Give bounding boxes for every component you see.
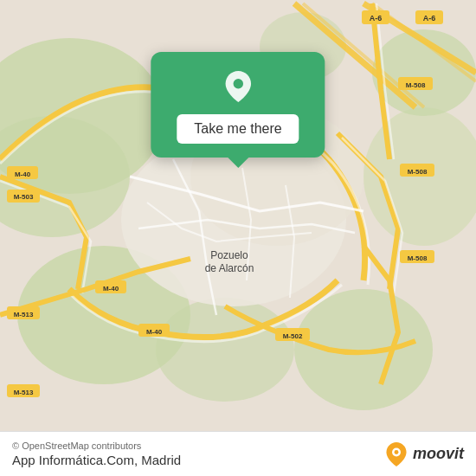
svg-text:M-40: M-40 [15,170,31,178]
moovit-logo-text: moovit [413,445,464,463]
osm-credit: © OpenStreetMap contributors [12,441,181,451]
svg-point-5 [294,289,433,410]
map-area: A-6 A-6 M-40 M-40 M-40 M-503 M-513 M-508… [0,0,476,431]
svg-text:de Alarcón: de Alarcón [205,262,254,274]
app-title: App Informática.Com, Madrid [12,453,181,467]
app-container: A-6 A-6 M-40 M-40 M-40 M-503 M-513 M-508… [0,0,476,476]
svg-point-37 [233,79,242,88]
svg-text:M-508: M-508 [408,168,428,176]
location-icon-wrapper [219,68,257,106]
moovit-logo[interactable]: moovit [384,442,464,466]
svg-text:M-513: M-513 [14,311,34,318]
svg-text:M-513: M-513 [14,389,34,396]
popup-card: Take me there [151,52,325,158]
svg-text:M-508: M-508 [406,81,426,89]
location-pin-icon [222,71,254,102]
svg-text:M-503: M-503 [14,193,34,201]
svg-text:Pozuelo: Pozuelo [210,249,248,261]
svg-text:A-6: A-6 [423,14,436,23]
svg-text:M-40: M-40 [146,328,163,336]
svg-text:A-6: A-6 [370,14,383,23]
moovit-pin-icon [384,442,408,466]
bottom-bar: © OpenStreetMap contributors App Informá… [0,431,476,476]
svg-text:M-40: M-40 [103,285,119,293]
take-me-there-button[interactable]: Take me there [177,114,299,144]
svg-point-4 [156,298,294,402]
svg-point-39 [395,450,399,454]
svg-text:M-502: M-502 [283,332,303,340]
bottom-info: © OpenStreetMap contributors App Informá… [12,441,181,467]
svg-text:M-508: M-508 [408,254,428,262]
